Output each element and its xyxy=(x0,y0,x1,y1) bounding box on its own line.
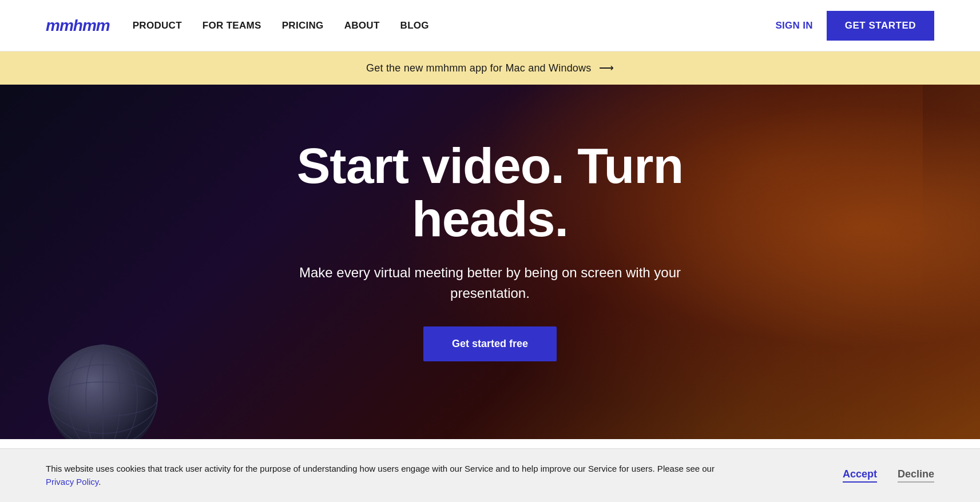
navbar: mmhmm PRODUCT FOR TEAMS PRICING ABOUT BL… xyxy=(0,0,980,51)
hero-sphere-decoration xyxy=(46,342,160,439)
nav-link-pricing[interactable]: PRICING xyxy=(282,20,324,31)
logo[interactable]: mmhmm xyxy=(46,17,110,35)
get-started-button[interactable]: GET STARTED xyxy=(827,11,934,41)
nav-link-about[interactable]: ABOUT xyxy=(344,20,380,31)
navbar-actions: SIGN IN GET STARTED xyxy=(775,11,934,41)
nav-links: PRODUCT FOR TEAMS PRICING ABOUT BLOG xyxy=(133,20,776,31)
hero-section: Start video. Turn heads. Make every virt… xyxy=(0,85,980,439)
sign-in-button[interactable]: SIGN IN xyxy=(775,20,812,31)
announcement-banner[interactable]: Get the new mmhmm app for Mac and Window… xyxy=(0,51,980,85)
announcement-text: Get the new mmhmm app for Mac and Window… xyxy=(366,62,591,74)
hero-title: Start video. Turn heads. xyxy=(227,140,753,245)
announcement-arrow: ⟶ xyxy=(599,62,614,74)
nav-link-for-teams[interactable]: FOR TEAMS xyxy=(203,20,261,31)
nav-link-blog[interactable]: BLOG xyxy=(400,20,429,31)
hero-subtitle: Make every virtual meeting better by bei… xyxy=(267,262,713,304)
hero-content: Start video. Turn heads. Make every virt… xyxy=(204,140,776,361)
hero-cta-button[interactable]: Get started free xyxy=(423,326,557,361)
nav-link-product[interactable]: PRODUCT xyxy=(133,20,182,31)
